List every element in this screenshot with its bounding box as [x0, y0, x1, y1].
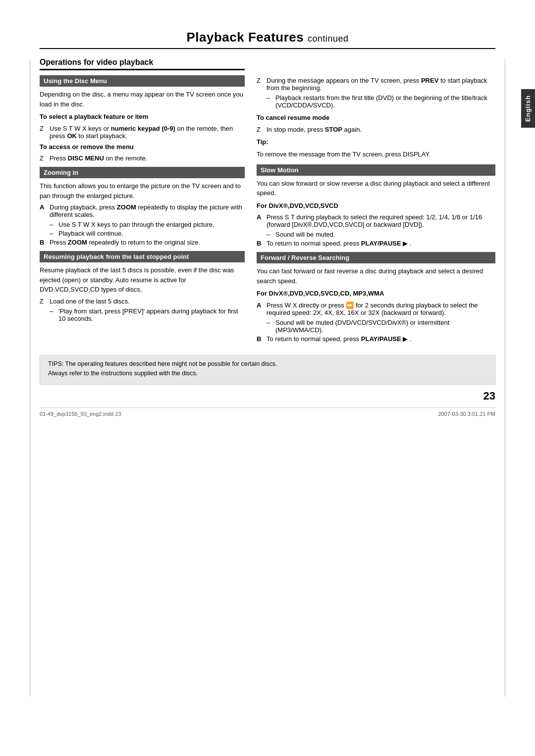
zoom-sub-1: – Use S T W X keys to pan through the en… — [50, 221, 245, 228]
right-column: Z During the message appears on the TV s… — [257, 58, 495, 345]
zoom-sub-2: – Playback will continue. — [50, 230, 245, 237]
page-title: Playback Features continued — [40, 30, 495, 49]
tips-line-1: TIPS: The operating features described h… — [48, 360, 487, 367]
zoom-step-a: A During playback, press ZOOM repeatedly… — [40, 203, 245, 218]
slow-sub-1: – Sound will be muted. — [267, 231, 495, 238]
tip-label: Tip: — [257, 137, 495, 147]
resume-intro: Resume playback of the last 5 discs is p… — [40, 265, 245, 295]
fwd-step-a: A Press W X directly or press ⏩ for 2 se… — [257, 302, 495, 316]
resume-cont-step-z: Z During the message appears on the TV s… — [257, 77, 495, 92]
fwd-sub-1: – Sound will be muted (DVD/VCD/SVCD/DivX… — [267, 319, 495, 334]
section-heading: Operations for video playback — [40, 58, 245, 70]
tips-line-2: Always refer to the instructions supplie… — [48, 370, 487, 377]
slow-motion-intro: You can slow forward or slow reverse a d… — [257, 179, 495, 198]
access-menu-bold: To access or remove the menu — [40, 143, 134, 151]
right-margin-line — [505, 59, 505, 697]
zooming-intro: This function allows you to enlarge the … — [40, 181, 245, 201]
zoom-step-b: B Press ZOOM repeatedly to return to the… — [40, 239, 245, 246]
footer: 01-49_dvp3156_93_eng2.indd 23 2007-03-30… — [40, 407, 495, 417]
tip-text: To remove the message from the TV screen… — [257, 150, 495, 159]
slow-step-a: A Press S T during playback to select th… — [257, 213, 495, 228]
access-menu-heading: To access or remove the menu — [40, 142, 245, 152]
disc-menu-box: Using the Disc Menu — [40, 75, 245, 87]
resume-sub-1: – 'Play from start, press [PREV]' appear… — [50, 307, 245, 322]
tips-box: TIPS: The operating features described h… — [40, 355, 495, 385]
title-text: Playback Features — [186, 30, 304, 45]
disc-step-z: Z Use S T W X keys or numeric keypad (0-… — [40, 125, 245, 140]
forward-reverse-for: For DivX®,DVD,VCD,SVCD,CD, MP3,WMA — [257, 289, 495, 299]
disc-menu-intro: Depending on the disc, a menu may appear… — [40, 90, 245, 109]
page-container: English Playback Features continued Oper… — [0, 0, 535, 756]
slow-motion-for: For DivX®,DVD,VCD,SVCD — [257, 201, 495, 211]
footer-left: 01-49_dvp3156_93_eng2.indd 23 — [40, 411, 121, 417]
zooming-box: Zooming in — [40, 167, 245, 178]
resume-box: Resuming playback from the last stopped … — [40, 251, 245, 262]
select-feature-heading: To select a playback feature or item — [40, 112, 245, 122]
select-feature-bold: To select a playback feature or item — [40, 113, 148, 120]
forward-reverse-intro: You can fast forward or fast reverse a d… — [257, 266, 495, 286]
forward-reverse-box: Forward / Reverse Searching — [257, 252, 495, 263]
footer-right: 2007-03-30 3:01:21 PM — [438, 411, 495, 417]
slow-step-b: B To return to normal speed, press PLAY/… — [257, 240, 495, 247]
content-area: Operations for video playback Using the … — [40, 58, 495, 345]
cancel-heading: To cancel resume mode — [257, 113, 495, 123]
left-column: Operations for video playback Using the … — [40, 58, 245, 345]
cancel-step-z: Z In stop mode, press STOP again. — [257, 126, 495, 133]
english-tab: English — [521, 89, 535, 128]
resume-cont-sub-1: – Playback restarts from the first title… — [267, 94, 495, 109]
resume-step-z: Z Load one of the last 5 discs. — [40, 298, 245, 305]
fwd-step-b: B To return to normal speed, press PLAY/… — [257, 335, 495, 343]
access-step-z: Z Press DISC MENU on the remote. — [40, 154, 245, 162]
slow-motion-box: Slow Motion — [257, 164, 495, 176]
page-number: 23 — [0, 390, 495, 403]
continued-text: continued — [308, 34, 349, 44]
left-margin-line — [30, 59, 30, 697]
